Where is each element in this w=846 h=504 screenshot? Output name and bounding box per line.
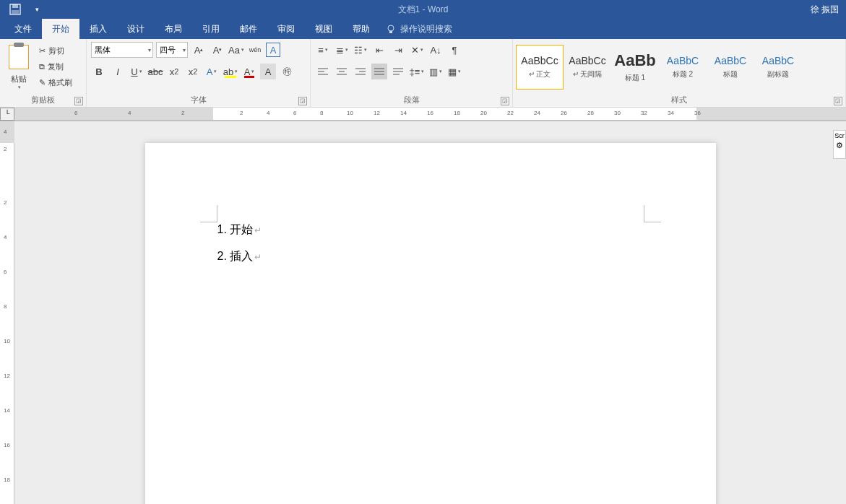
style-preview: AaBbC xyxy=(762,55,794,66)
style-name: ↵ 正文 xyxy=(529,69,551,79)
lightbulb-icon xyxy=(386,24,396,34)
svg-point-3 xyxy=(388,25,394,31)
page[interactable]: 1. 开始↵ 2. 插入↵ xyxy=(145,143,716,504)
tab-references[interactable]: 引用 xyxy=(192,19,230,39)
ribbon: 粘贴 ▾ ✂剪切 ⧉复制 ✎格式刷 剪贴板◲ 黑体▾ 四号▾ A▴ A▾ Aa▾… xyxy=(0,39,846,108)
style-item[interactable]: AaBbC标题 xyxy=(707,45,754,90)
multilevel-button[interactable]: ☷▾ xyxy=(353,42,368,58)
decrease-indent-button[interactable]: ⇤ xyxy=(371,42,387,58)
list-text[interactable]: 开始 xyxy=(230,223,253,235)
style-item[interactable]: AaBbCc↵ 无间隔 xyxy=(564,45,611,90)
group-label-font: 字体 xyxy=(191,95,207,104)
align-right-button[interactable] xyxy=(353,64,368,79)
italic-button[interactable]: I xyxy=(110,64,126,79)
superscript-button[interactable]: x2 xyxy=(185,64,201,79)
style-item[interactable]: AaBbC标题 2 xyxy=(659,45,707,90)
line-spacing-button[interactable]: ‡≡▾ xyxy=(409,64,425,79)
horizontal-ruler[interactable]: 64224681012141618202224262830323436 xyxy=(14,108,846,121)
style-item[interactable]: AaBbC副标题 xyxy=(754,45,802,90)
styles-gallery[interactable]: AaBbCc↵ 正文AaBbCc↵ 无间隔AaBb标题 1AaBbC标题 2Aa… xyxy=(516,42,802,92)
font-launcher[interactable]: ◲ xyxy=(298,97,307,105)
shrink-font-button[interactable]: A▾ xyxy=(210,42,225,58)
gear-icon: ⚙ xyxy=(834,141,845,150)
tell-me[interactable]: 操作说明搜索 xyxy=(386,23,452,35)
show-marks-button[interactable]: ¶ xyxy=(446,42,462,58)
list-item[interactable]: 2. 插入↵ xyxy=(217,249,644,264)
enclose-chars-button[interactable]: ㊕ xyxy=(279,64,295,79)
strikethrough-button[interactable]: abc xyxy=(147,64,163,79)
document-canvas[interactable]: 1. 开始↵ 2. 插入↵ xyxy=(14,121,846,504)
tab-mailings[interactable]: 邮件 xyxy=(230,19,267,39)
font-name-combo[interactable]: 黑体▾ xyxy=(91,42,153,58)
style-preview: AaBb xyxy=(614,51,655,70)
tab-insert[interactable]: 插入 xyxy=(79,19,117,39)
phonetic-guide-button[interactable]: wén xyxy=(247,42,263,58)
paste-button[interactable]: 粘贴 ▾ xyxy=(4,42,33,92)
ribbon-tabs: 文件 开始 插入 设计 布局 引用 邮件 审阅 视图 帮助 操作说明搜索 xyxy=(0,19,846,39)
sort-button[interactable]: A↓ xyxy=(428,42,444,58)
justify-button[interactable] xyxy=(371,64,387,79)
style-preview: AaBbCc xyxy=(569,55,605,66)
scissors-icon: ✂ xyxy=(39,46,46,56)
subscript-button[interactable]: x2 xyxy=(166,64,182,79)
paragraph-mark-icon: ↵ xyxy=(254,252,262,262)
list-text[interactable]: 插入 xyxy=(230,250,253,262)
text-effects-button[interactable]: A▾ xyxy=(204,64,220,79)
shading-button[interactable]: ▥▾ xyxy=(428,64,444,79)
clipboard-launcher[interactable]: ◲ xyxy=(74,97,83,105)
group-label-clipboard: 剪贴板 xyxy=(31,95,55,104)
style-name: 标题 xyxy=(723,69,738,79)
tab-home[interactable]: 开始 xyxy=(42,19,79,39)
font-color-button[interactable]: A▾ xyxy=(241,64,257,79)
tab-file[interactable]: 文件 xyxy=(4,19,42,39)
group-font: 黑体▾ 四号▾ A▴ A▾ Aa▾ wén A B I U▾ abc x2 x2… xyxy=(87,39,311,107)
font-size-combo[interactable]: 四号▾ xyxy=(156,42,188,58)
style-preview: AaBbC xyxy=(667,55,699,66)
group-label-paragraph: 段落 xyxy=(404,95,420,104)
svg-rect-1 xyxy=(12,4,18,8)
style-item[interactable]: AaBb标题 1 xyxy=(611,45,659,90)
list-item[interactable]: 1. 开始↵ xyxy=(217,222,644,238)
copy-button[interactable]: ⧉复制 xyxy=(39,59,72,74)
tab-view[interactable]: 视图 xyxy=(305,19,342,39)
clipboard-icon xyxy=(9,45,29,69)
side-panel-toggle[interactable]: Scr ⚙ xyxy=(833,130,846,159)
cropmark-icon xyxy=(200,205,217,222)
tab-design[interactable]: 设计 xyxy=(117,19,155,39)
bold-button[interactable]: B xyxy=(91,64,107,79)
borders-button[interactable]: ▦▾ xyxy=(446,64,462,79)
user-name[interactable]: 徐 振国 xyxy=(811,4,839,16)
underline-button[interactable]: U▾ xyxy=(129,64,144,79)
style-name: ↵ 无间隔 xyxy=(573,69,603,79)
bullets-button[interactable]: ≡▾ xyxy=(315,42,331,58)
vertical-ruler[interactable]: 4224681012141618 xyxy=(0,121,14,504)
asian-layout-button[interactable]: ✕▾ xyxy=(409,42,425,58)
paragraph-launcher[interactable]: ◲ xyxy=(501,97,509,105)
style-name: 副标题 xyxy=(767,69,789,79)
change-case-button[interactable]: Aa▾ xyxy=(228,42,244,58)
tab-selector[interactable]: └ xyxy=(0,108,14,121)
style-name: 标题 1 xyxy=(625,73,645,83)
character-shading-button[interactable]: A xyxy=(260,64,276,79)
qat-customize-icon[interactable]: ▾ xyxy=(27,0,46,19)
grow-font-button[interactable]: A▴ xyxy=(191,42,207,58)
styles-launcher[interactable]: ◲ xyxy=(834,97,842,105)
align-left-button[interactable] xyxy=(315,64,331,79)
cut-button[interactable]: ✂剪切 xyxy=(39,43,72,58)
distributed-button[interactable] xyxy=(390,64,406,79)
svg-rect-4 xyxy=(389,31,392,33)
tab-review[interactable]: 审阅 xyxy=(267,19,305,39)
style-preview: AaBbC xyxy=(715,55,746,66)
style-item[interactable]: AaBbCc↵ 正文 xyxy=(516,45,564,90)
tab-help[interactable]: 帮助 xyxy=(342,19,380,39)
work-area: 4224681012141618 1. 开始↵ 2. 插入↵ xyxy=(0,121,846,504)
increase-indent-button[interactable]: ⇥ xyxy=(390,42,406,58)
style-preview: AaBbCc xyxy=(521,55,558,66)
save-icon[interactable] xyxy=(6,0,25,19)
numbering-button[interactable]: ≣▾ xyxy=(334,42,350,58)
align-center-button[interactable] xyxy=(334,64,350,79)
character-border-button[interactable]: A xyxy=(266,43,280,57)
tab-layout[interactable]: 布局 xyxy=(155,19,192,39)
format-painter-button[interactable]: ✎格式刷 xyxy=(39,75,72,90)
highlight-button[interactable]: ab▾ xyxy=(223,64,238,79)
